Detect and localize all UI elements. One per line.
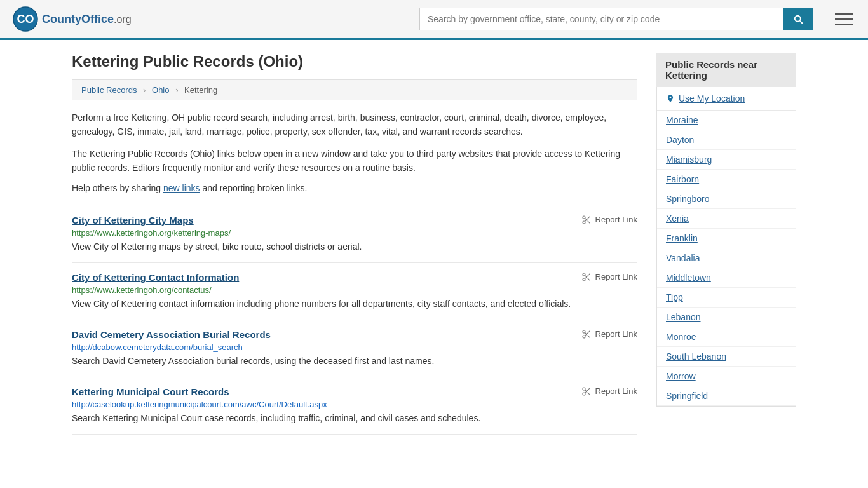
sidebar-nearby-item[interactable]: Middletown xyxy=(657,268,796,288)
record-desc: View City of Kettering contact informati… xyxy=(72,297,637,311)
record-header: City of Kettering City Maps Report Link xyxy=(72,215,637,226)
scissors-icon xyxy=(581,329,592,339)
nearby-link[interactable]: Springfield xyxy=(666,391,708,401)
sidebar-nearby-item[interactable]: Springfield xyxy=(657,386,796,406)
svg-line-10 xyxy=(587,278,590,280)
nearby-link[interactable]: Middletown xyxy=(666,273,711,283)
intro-paragraph-2: The Kettering Public Records (Ohio) link… xyxy=(72,147,637,175)
record-desc: Search David Cemetery Association burial… xyxy=(72,355,637,368)
sidebar-nearby-item[interactable]: Moraine xyxy=(657,111,796,130)
sidebar-nearby-item[interactable]: Franklin xyxy=(657,229,796,248)
svg-point-8 xyxy=(583,278,585,281)
nearby-link[interactable]: Monroe xyxy=(666,332,696,342)
record-title[interactable]: City of Kettering Contact Information xyxy=(72,272,239,283)
svg-point-3 xyxy=(583,221,585,224)
record-item: City of Kettering City Maps Report Link … xyxy=(72,206,637,263)
menu-button[interactable] xyxy=(832,11,855,28)
sidebar-nearby-item[interactable]: Monroe xyxy=(657,327,796,347)
sidebar: Public Records near Kettering Use My Loc… xyxy=(656,53,796,435)
report-link[interactable]: Report Link xyxy=(581,215,637,225)
main-container: Kettering Public Records (Ohio) Public R… xyxy=(59,40,809,447)
record-url[interactable]: http://caselookup.ketteringmunicipalcour… xyxy=(72,400,637,409)
sidebar-list: Use My Location MoraineDaytonMiamisburgF… xyxy=(656,87,796,407)
svg-point-12 xyxy=(583,330,585,333)
record-item: City of Kettering Contact Information Re… xyxy=(72,263,637,320)
sidebar-nearby-item[interactable]: Morrow xyxy=(657,367,796,386)
svg-point-17 xyxy=(583,388,585,390)
nearby-link[interactable]: Moraine xyxy=(666,115,698,125)
nearby-link[interactable]: Morrow xyxy=(666,371,696,381)
search-button[interactable] xyxy=(783,8,813,30)
report-link[interactable]: Report Link xyxy=(581,386,637,396)
record-item: David Cemetery Association Burial Record… xyxy=(72,320,637,377)
svg-point-18 xyxy=(583,393,585,395)
new-links-link[interactable]: new links xyxy=(163,183,200,193)
record-url[interactable]: https://www.ketteringoh.org/contactus/ xyxy=(72,285,637,295)
page-title: Kettering Public Records (Ohio) xyxy=(72,53,637,71)
breadcrumb-sep-1: › xyxy=(143,85,146,95)
svg-line-11 xyxy=(585,275,587,277)
sidebar-nearby-item[interactable]: Lebanon xyxy=(657,308,796,327)
sidebar-nearby-item[interactable]: Miamisburg xyxy=(657,150,796,170)
record-desc: Search Kettering Municipal Court case re… xyxy=(72,412,637,425)
svg-line-6 xyxy=(585,218,587,220)
breadcrumb-sep-2: › xyxy=(175,85,178,95)
intro-paragraph-1: Perform a free Kettering, OH public reco… xyxy=(72,111,637,139)
nearby-link[interactable]: Fairborn xyxy=(666,174,699,184)
nearby-link[interactable]: Miamisburg xyxy=(666,154,712,165)
report-link[interactable]: Report Link xyxy=(581,329,637,339)
logo-text: CountyOffice.org xyxy=(42,13,132,26)
help-text-pre: Help others by sharing xyxy=(72,183,163,193)
report-link[interactable]: Report Link xyxy=(581,272,637,282)
location-pin-icon xyxy=(666,94,675,103)
site-header: CO CountyOffice.org xyxy=(0,0,868,40)
record-header: David Cemetery Association Burial Record… xyxy=(72,329,637,340)
nearby-link[interactable]: Dayton xyxy=(666,135,694,145)
menu-line-2 xyxy=(835,18,853,20)
help-paragraph: Help others by sharing new links and rep… xyxy=(72,183,637,193)
use-my-location-link[interactable]: Use My Location xyxy=(679,93,745,104)
nearby-link[interactable]: Vandalia xyxy=(666,253,700,263)
svg-line-15 xyxy=(587,335,590,337)
svg-line-16 xyxy=(585,332,587,334)
record-header: Kettering Municipal Court Records Report… xyxy=(72,386,637,397)
use-my-location[interactable]: Use My Location xyxy=(657,87,796,111)
sidebar-nearby-item[interactable]: Vandalia xyxy=(657,248,796,268)
scissors-icon xyxy=(581,215,592,225)
sidebar-nearby-item[interactable]: South Lebanon xyxy=(657,347,796,367)
logo[interactable]: CO CountyOffice.org xyxy=(13,6,132,32)
menu-line-1 xyxy=(835,13,853,15)
nearby-link[interactable]: South Lebanon xyxy=(666,351,726,362)
record-url[interactable]: https://www.ketteringoh.org/kettering-ma… xyxy=(72,228,637,238)
breadcrumb-ohio[interactable]: Ohio xyxy=(152,85,169,95)
sidebar-nearby-item[interactable]: Dayton xyxy=(657,130,796,150)
record-title[interactable]: Kettering Municipal Court Records xyxy=(72,386,229,397)
nearby-link[interactable]: Tipp xyxy=(666,292,683,302)
sidebar-header: Public Records near Kettering xyxy=(656,53,796,87)
record-title[interactable]: City of Kettering City Maps xyxy=(72,215,194,226)
nearby-link[interactable]: Springboro xyxy=(666,194,710,204)
svg-line-21 xyxy=(585,390,587,391)
sidebar-nearby-item[interactable]: Fairborn xyxy=(657,170,796,189)
breadcrumb-public-records[interactable]: Public Records xyxy=(81,85,137,95)
nearby-link[interactable]: Lebanon xyxy=(666,312,701,322)
search-bar xyxy=(419,8,813,30)
help-text-post: and reporting broken links. xyxy=(200,183,308,193)
svg-point-2 xyxy=(583,216,585,219)
nearby-link[interactable]: Franklin xyxy=(666,233,698,243)
sidebar-nearby-item[interactable]: Tipp xyxy=(657,288,796,308)
content-area: Kettering Public Records (Ohio) Public R… xyxy=(72,53,637,435)
record-url[interactable]: http://dcabow.cemeterydata.com/burial_se… xyxy=(72,342,637,352)
sidebar-nearby-item[interactable]: Springboro xyxy=(657,189,796,209)
nearby-link[interactable]: Xenia xyxy=(666,214,689,224)
svg-line-20 xyxy=(587,392,590,395)
scissors-icon xyxy=(581,272,592,282)
record-header: City of Kettering Contact Information Re… xyxy=(72,272,637,283)
search-input[interactable] xyxy=(420,8,783,30)
svg-line-5 xyxy=(587,220,590,223)
breadcrumb: Public Records › Ohio › Kettering xyxy=(72,79,637,100)
sidebar-nearby-item[interactable]: Xenia xyxy=(657,209,796,229)
menu-line-3 xyxy=(835,24,853,25)
nearby-list: MoraineDaytonMiamisburgFairbornSpringbor… xyxy=(657,111,796,406)
record-title[interactable]: David Cemetery Association Burial Record… xyxy=(72,329,271,340)
